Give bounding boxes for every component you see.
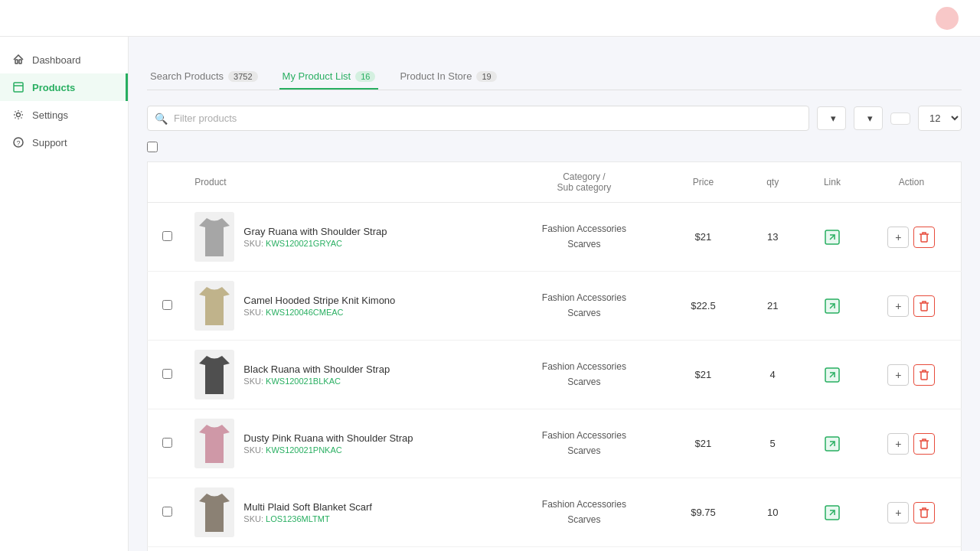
tab-label: My Product List [283, 70, 351, 82]
sidebar-item-products[interactable]: Products [0, 73, 128, 101]
product-thumbnail [194, 487, 234, 537]
product-thumbnail [194, 212, 234, 262]
qty-cell: 5 [743, 409, 802, 478]
table-row: Pink Plaid Fuzzy Fringe Scarf SKU: LOS12… [148, 547, 962, 552]
subcategory-filter-button[interactable]: ▾ [854, 106, 883, 130]
price-cell: $21 [664, 203, 743, 272]
filters-row: 🔍 ▾ ▾ 12 24 48 [147, 106, 962, 131]
category-filter-button[interactable]: ▾ [817, 106, 846, 130]
tabs-bar: Search Products 3752 My Product List 16 … [147, 64, 962, 90]
product-info: Multi Plaid Soft Blanket Scarf SKU: LOS1… [243, 501, 372, 523]
add-button[interactable]: + [887, 364, 909, 386]
tab-label: Product In Store [400, 70, 472, 82]
delete-button[interactable] [913, 295, 935, 317]
tab-my-product-list[interactable]: My Product List 16 [279, 64, 379, 90]
row-checkbox[interactable] [162, 300, 172, 310]
link-button[interactable] [821, 501, 844, 524]
table-row: Camel Hooded Stripe Knit Kimono SKU: KWS… [148, 272, 962, 341]
col-qty: qty [743, 162, 802, 203]
chevron-down-icon: ▾ [831, 112, 836, 124]
product-cell: Dusty Pink Ruana with Shoulder Strap SKU… [194, 419, 497, 468]
more-filters-button[interactable] [890, 112, 910, 125]
delete-button[interactable] [913, 227, 935, 248]
tab-product-in-store[interactable]: Product In Store 19 [397, 64, 499, 90]
product-cell: Multi Plaid Soft Blanket Scarf SKU: LOS1… [194, 487, 497, 537]
count-select[interactable]: 12 24 48 [918, 106, 962, 131]
row-checkbox[interactable] [162, 231, 172, 241]
qty-cell: 13 [743, 203, 802, 272]
chevron-down-icon: ▾ [867, 112, 873, 124]
tab-search-products[interactable]: Search Products 3752 [147, 64, 261, 90]
product-thumbnail [194, 419, 234, 468]
help-icon: ? [12, 136, 24, 148]
action-buttons: + [870, 433, 953, 455]
price-cell: $22.5 [664, 272, 743, 341]
action-buttons: + [870, 364, 953, 386]
link-button[interactable] [821, 364, 844, 386]
svg-rect-1 [19, 60, 21, 64]
category-cell: Fashion AccessoriesScarves [512, 360, 655, 389]
row-checkbox[interactable] [162, 438, 172, 448]
delete-button[interactable] [913, 502, 935, 523]
search-input[interactable] [147, 106, 809, 131]
add-button[interactable]: + [887, 502, 909, 523]
link-button[interactable] [821, 295, 844, 318]
product-info: Gray Ruana with Shoulder Strap SKU: KWS1… [243, 226, 387, 248]
sidebar-item-label: Support [32, 137, 67, 148]
table-row: Multi Plaid Soft Blanket Scarf SKU: LOS1… [148, 478, 962, 547]
sidebar-item-label: Products [32, 82, 75, 93]
row-checkbox[interactable] [162, 369, 172, 379]
product-cell: Gray Ruana with Shoulder Strap SKU: KWS1… [194, 212, 497, 262]
product-sku: SKU: KWS120021GRYAC [243, 239, 387, 248]
row-checkbox[interactable] [162, 507, 172, 517]
table-row: Dusty Pink Ruana with Shoulder Strap SKU… [148, 409, 962, 478]
delete-button[interactable] [913, 364, 935, 386]
category-cell: Fashion AccessoriesScarves [512, 497, 655, 527]
col-link: Link [802, 162, 862, 203]
sidebar-item-label: Settings [32, 109, 68, 121]
home-icon [12, 54, 24, 66]
link-button[interactable] [821, 226, 844, 249]
search-icon: 🔍 [155, 112, 168, 125]
action-buttons: + [870, 502, 953, 523]
product-cell: Camel Hooded Stripe Knit Kimono SKU: KWS… [194, 281, 497, 331]
select-all-checkbox[interactable] [147, 142, 158, 152]
product-info: Black Ruana with Shoulder Strap SKU: KWS… [243, 364, 390, 386]
sidebar-item-settings[interactable]: Settings [0, 101, 128, 129]
showing-row [147, 142, 962, 152]
sidebar-item-dashboard[interactable]: Dashboard [0, 46, 128, 73]
add-button[interactable]: + [887, 433, 909, 455]
link-button[interactable] [821, 432, 844, 455]
gear-icon [12, 109, 24, 121]
topbar [0, 0, 980, 37]
product-name: Multi Plaid Soft Blanket Scarf [243, 501, 372, 513]
product-thumbnail [194, 350, 234, 399]
avatar [936, 7, 959, 30]
col-price: Price [664, 162, 743, 203]
qty-cell: 6 [743, 547, 802, 552]
add-button[interactable]: + [887, 227, 909, 248]
svg-point-4 [17, 113, 21, 117]
price-cell: $21 [664, 409, 743, 478]
sidebar-item-support[interactable]: ? Support [0, 129, 128, 156]
price-cell: $8.25 [664, 547, 743, 552]
product-name: Dusty Pink Ruana with Shoulder Strap [243, 432, 413, 444]
product-info: Camel Hooded Stripe Knit Kimono SKU: KWS… [243, 295, 395, 317]
price-cell: $9.75 [664, 478, 743, 547]
product-name: Gray Ruana with Shoulder Strap [243, 226, 387, 237]
delete-button[interactable] [913, 433, 935, 455]
price-cell: $21 [664, 341, 743, 409]
product-name: Camel Hooded Stripe Knit Kimono [243, 295, 395, 306]
qty-cell: 10 [743, 478, 802, 547]
category-cell: Fashion AccessoriesScarves [512, 222, 655, 251]
product-sku: SKU: KWS120021BLKAC [243, 377, 390, 386]
action-buttons: + [870, 227, 953, 248]
product-sku: SKU: KWS120021PNKAC [243, 445, 413, 455]
qty-cell: 21 [743, 272, 802, 341]
add-button[interactable]: + [887, 295, 909, 317]
product-name: Black Ruana with Shoulder Strap [243, 364, 390, 375]
product-cell: Black Ruana with Shoulder Strap SKU: KWS… [194, 350, 497, 399]
main-content: Search Products 3752 My Product List 16 … [129, 37, 980, 551]
tab-badge: 16 [355, 71, 375, 82]
svg-rect-0 [15, 60, 18, 64]
